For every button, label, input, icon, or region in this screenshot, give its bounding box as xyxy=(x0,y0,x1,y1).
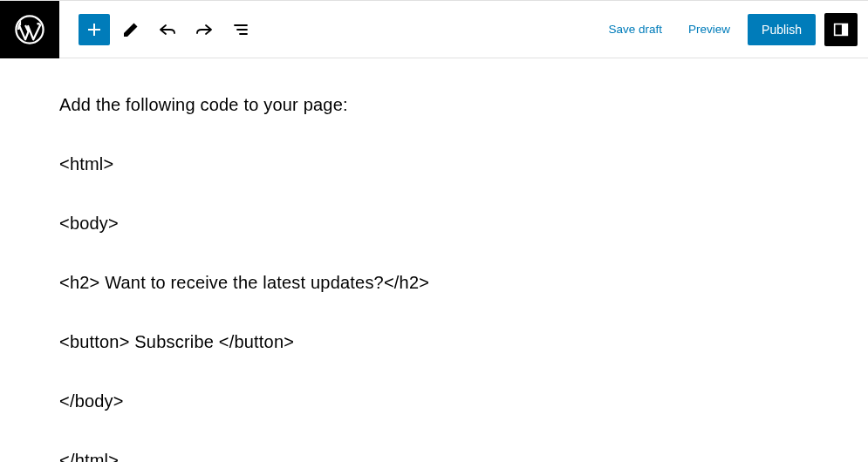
svg-rect-2 xyxy=(842,24,847,35)
publish-button[interactable]: Publish xyxy=(748,14,816,45)
wordpress-icon xyxy=(15,15,44,44)
pencil-icon xyxy=(120,19,141,40)
edit-mode-button[interactable] xyxy=(115,14,147,45)
redo-icon xyxy=(194,19,215,40)
editor-toolbar: Save draft Preview Publish xyxy=(0,1,868,58)
editor-paragraph[interactable]: <html> xyxy=(59,153,868,175)
document-outline-button[interactable] xyxy=(225,14,256,45)
add-block-button[interactable] xyxy=(79,14,110,45)
editor-content-area[interactable]: Add the following code to your page: <ht… xyxy=(0,58,868,462)
editor-paragraph[interactable]: <body> xyxy=(59,212,868,234)
toolbar-right-group: Save draft Preview Publish xyxy=(600,13,868,46)
toolbar-left-group xyxy=(59,14,256,45)
undo-icon xyxy=(157,19,178,40)
editor-paragraph[interactable]: <button> Subscribe </button> xyxy=(59,330,868,353)
plus-icon xyxy=(84,19,105,40)
redo-button[interactable] xyxy=(188,14,220,45)
wordpress-logo-button[interactable] xyxy=(0,1,59,58)
settings-sidebar-button[interactable] xyxy=(824,13,858,46)
save-draft-button[interactable]: Save draft xyxy=(600,16,672,43)
settings-sidebar-icon xyxy=(831,20,851,39)
editor-paragraph[interactable]: <h2> Want to receive the latest updates?… xyxy=(59,271,868,294)
list-view-icon xyxy=(230,19,251,40)
editor-paragraph[interactable]: Add the following code to your page: xyxy=(59,93,868,116)
editor-paragraph[interactable]: </body> xyxy=(59,390,868,412)
undo-button[interactable] xyxy=(152,14,183,45)
editor-paragraph[interactable]: </html> xyxy=(59,449,868,462)
preview-button[interactable]: Preview xyxy=(680,16,739,43)
